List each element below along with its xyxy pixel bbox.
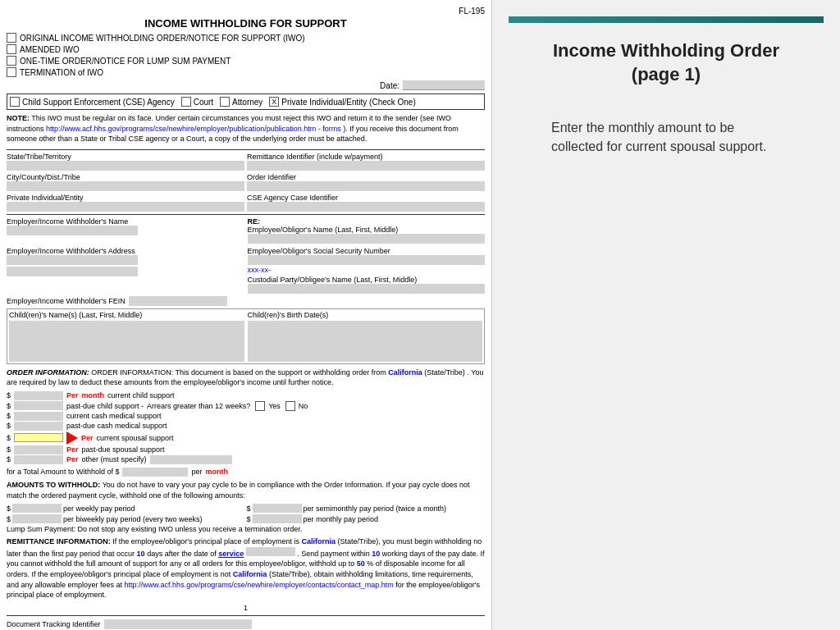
amount-input-5[interactable]: [14, 445, 63, 454]
children-section: Child(ren)'s Name(s) (Last, First, Middl…: [7, 308, 485, 364]
biweekly-input[interactable]: [12, 514, 62, 523]
no-label: No: [299, 402, 308, 410]
children-dob-input[interactable]: [248, 321, 483, 362]
date-input[interactable]: [403, 80, 485, 90]
re-label: RE:: [248, 217, 486, 226]
semimonthly-input[interactable]: [253, 504, 302, 513]
obligee-input[interactable]: [248, 284, 486, 294]
note-box: NOTE: This IWO must be regular on its fa…: [7, 113, 485, 144]
total-row: for a Total Amount to Withhold of $ per …: [7, 468, 485, 477]
lump-sum-label: Lump Sum Payment: Do not stop any existi…: [7, 525, 302, 533]
children-names-input[interactable]: [9, 321, 244, 362]
field-remittance-label: Remittance Identifier (include w/payment…: [247, 153, 485, 161]
remittance-state2: California: [233, 570, 267, 578]
type-attorney: Attorney: [220, 97, 262, 107]
divider-2: [7, 214, 485, 215]
help-arrow-area: Enter the monthly amount to be collected…: [551, 119, 781, 156]
employer-name-input[interactable]: [7, 226, 138, 235]
monthly-input[interactable]: [253, 514, 302, 523]
option-original: ORIGINAL INCOME WITHHOLDING ORDER/NOTICE…: [7, 33, 485, 43]
field-state-input[interactable]: [7, 161, 244, 171]
ssn-label: Employee/Obligor's Social Security Numbe…: [248, 247, 390, 255]
order-info-title: ORDER INFORMATION:: [7, 368, 89, 377]
amount-row-0: $ Per month current child support: [7, 391, 485, 400]
employer-address-input2[interactable]: [7, 267, 138, 276]
amount-row-2: $ current cash medical support: [7, 412, 485, 421]
remittance-title: REMITTANCE INFORMATION:: [7, 537, 111, 546]
field-cse-case-input[interactable]: [247, 202, 485, 212]
total-month: month: [205, 468, 228, 476]
date-label: Date:: [380, 81, 399, 90]
field-remittance-input[interactable]: [247, 161, 485, 171]
remittance-text4: . Send payment within: [297, 550, 372, 558]
service-input[interactable]: [246, 547, 295, 556]
amount-input-1[interactable]: [14, 401, 63, 410]
help-instruction: Enter the monthly amount to be collected…: [551, 119, 781, 156]
field-order-id-input[interactable]: [247, 181, 485, 191]
desc-5: past-due spousal support: [82, 445, 165, 454]
checkbox-original: [7, 33, 16, 43]
children-dob-label: Child(ren)'s Birth Date(s): [248, 311, 483, 319]
tracking-label: Document Tracking Identifier: [7, 620, 101, 628]
tracking-input[interactable]: [104, 619, 252, 629]
re-left: Employer/Income Withholder's Name: [7, 217, 244, 244]
children-names-col: Child(ren)'s Name(s) (Last, First, Middl…: [9, 311, 244, 362]
top-fields: State/Tribe/Territory Remittance Identif…: [7, 153, 485, 212]
order-state-label: (State/Tribe): [424, 368, 465, 377]
fein-row: Employer/Income Withholder's FEIN: [7, 296, 485, 306]
children-names-label: Child(ren)'s Name(s) (Last, First, Middl…: [9, 311, 244, 319]
re-section: Employer/Income Withholder's Name RE: Em…: [7, 217, 485, 294]
field-city-input[interactable]: [7, 181, 244, 191]
total-amount-input[interactable]: [122, 468, 188, 477]
field-private-input[interactable]: [7, 202, 244, 212]
fein-input[interactable]: [129, 296, 227, 306]
field-cse-case: CSE Agency Case Identifier: [247, 194, 485, 212]
remittance-text1: If the employee/obligor's principal plac…: [112, 537, 301, 546]
amount-input-2[interactable]: [14, 412, 63, 421]
employer-address-spacer: [7, 267, 244, 276]
amount-input-4[interactable]: [14, 433, 63, 442]
field-private-label: Private Individual/Entity: [7, 194, 244, 202]
per-4: Per: [81, 434, 94, 442]
fein-label: Employer/Income Withholder's FEIN: [7, 297, 126, 305]
field-private: Private Individual/Entity: [7, 194, 244, 212]
ssn-input[interactable]: [248, 255, 486, 265]
employer-address-input1[interactable]: [7, 255, 138, 265]
obligee-label: Custodial Party/Obligee's Name (Last, Fi…: [248, 276, 486, 284]
order-info-intro: ORDER INFORMATION: This document is base…: [91, 368, 388, 377]
month-0: month: [82, 391, 105, 399]
amounts-title: AMOUNTS TO WITHHOLD:: [7, 481, 100, 489]
dollar-4: $: [7, 434, 11, 442]
type-check-row: Child Support Enforcement (CSE) Agency C…: [7, 94, 485, 110]
per-6: Per: [66, 455, 79, 463]
desc-3: past-due cash medical support: [66, 422, 167, 430]
employer-address-col: Employer/Income Withholder's Address: [7, 247, 244, 294]
lump-sum-row: Lump Sum Payment: Do not stop any existi…: [7, 525, 485, 533]
amount-rows: $ Per month current child support $ past…: [7, 391, 485, 464]
desc-0: current child support: [107, 391, 175, 399]
obligor-name-input[interactable]: [248, 234, 486, 244]
dollar-0: $: [7, 391, 11, 399]
field-order-id: Order Identifier: [247, 173, 485, 191]
weekly-label: per weekly pay period: [63, 504, 135, 513]
children-dob-col: Child(ren)'s Birth Date(s): [248, 311, 483, 362]
other-specify-input[interactable]: [150, 455, 232, 464]
withhold-row-1-right: $ per monthly pay period: [247, 514, 486, 523]
remittance-link[interactable]: http://www.acf.hhs.gov/programs/cse/newh…: [125, 581, 394, 589]
amount-input-6[interactable]: [14, 455, 63, 464]
order-state: California: [388, 368, 422, 377]
weekly-input[interactable]: [12, 504, 62, 513]
amount-input-3[interactable]: [14, 422, 63, 431]
type-cse: Child Support Enforcement (CSE) Agency: [10, 97, 175, 107]
arrears-label: Arrears greater than 12 weeks?: [147, 402, 250, 410]
help-title-text: Income Withholding Order(page 1): [553, 40, 779, 84]
amount-row-1: $ past-due child support - Arrears great…: [7, 401, 485, 411]
note-link[interactable]: http://www.acf.hhs.gov/programs/cse/newh…: [46, 125, 341, 133]
amount-input-0[interactable]: [14, 391, 63, 400]
ssn-value: xxx-xx-: [248, 266, 486, 274]
checkbox-court: [181, 97, 191, 107]
date-row: Date:: [7, 80, 485, 90]
form-number: FL-195: [7, 7, 485, 16]
dollar-5: $: [7, 445, 11, 454]
option-amended: AMENDED IWO: [7, 44, 485, 54]
